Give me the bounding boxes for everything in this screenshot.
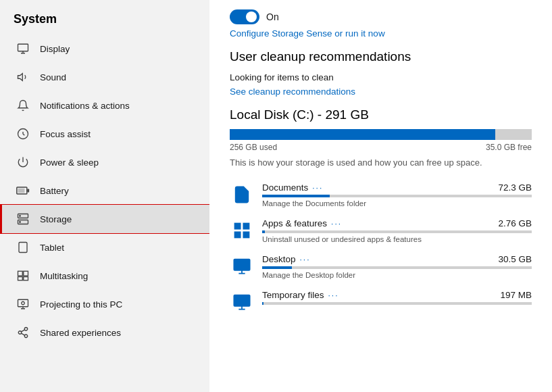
toggle-row: On (230, 0, 532, 28)
cleanup-title: User cleanup recommendations (230, 49, 532, 64)
sidebar-item-projecting-label: Projecting to this PC (40, 299, 122, 310)
free-label: 35.0 GB free (486, 143, 532, 152)
apps-name: Apps & features ··· (262, 218, 342, 228)
documents-name: Documents ··· (262, 182, 323, 193)
sidebar-item-sound[interactable]: Sound (0, 63, 209, 91)
svg-rect-4 (28, 189, 30, 193)
tablet-icon (16, 240, 30, 255)
sidebar-item-shared[interactable]: Shared experiences (0, 318, 209, 347)
svg-rect-12 (18, 271, 23, 276)
sidebar-item-multitasking-label: Multitasking (40, 271, 88, 281)
desktop-name: Desktop ··· (262, 254, 311, 264)
svg-point-8 (20, 216, 21, 217)
svg-rect-10 (19, 243, 27, 253)
sidebar-item-focus[interactable]: Focus assist (0, 120, 209, 148)
svg-rect-5 (18, 189, 25, 193)
sidebar-item-focus-label: Focus assist (40, 129, 91, 139)
svg-point-9 (20, 222, 21, 223)
storage-bar-labels: 256 GB used 35.0 GB free (230, 143, 532, 152)
sidebar-item-battery-label: Battery (40, 186, 69, 196)
sidebar-item-display-label: Display (40, 44, 70, 54)
cleanup-link[interactable]: See cleanup recommendations (230, 87, 532, 97)
storage-bar (230, 129, 532, 140)
svg-point-19 (18, 331, 22, 335)
storage-item-desktop[interactable]: Desktop ··· 30.5 GB Manage the Desktop f… (230, 249, 532, 285)
storage-item-apps[interactable]: Apps & features ··· 2.76 GB Uninstall un… (230, 213, 532, 249)
svg-rect-16 (18, 299, 28, 307)
sidebar-item-notifications[interactable]: Notifications & actions (0, 91, 209, 120)
projecting-icon (16, 297, 30, 312)
notifications-icon (16, 98, 30, 113)
svg-marker-1 (18, 74, 23, 81)
sidebar-item-tablet-label: Tablet (40, 243, 64, 253)
desktop-size: 30.5 GB (498, 254, 532, 264)
sidebar: System Display Sound Notifications & act… (0, 0, 209, 392)
battery-icon (16, 183, 30, 198)
sidebar-item-multitasking[interactable]: Multitasking (0, 262, 209, 290)
sidebar-item-display[interactable]: Display (0, 34, 209, 63)
focus-icon (16, 126, 30, 141)
sidebar-item-tablet[interactable]: Tablet (0, 233, 209, 262)
apps-icon (230, 218, 254, 243)
used-label: 256 GB used (230, 143, 277, 152)
svg-rect-25 (243, 224, 249, 229)
svg-rect-27 (243, 232, 249, 237)
svg-rect-13 (24, 271, 28, 276)
documents-icon (230, 182, 254, 207)
desktop-desc: Manage the Desktop folder (262, 271, 532, 279)
disk-title: Local Disk (C:) - 291 GB (230, 107, 532, 122)
temp-icon (230, 290, 254, 314)
storage-item-temp[interactable]: Temporary files ··· 197 MB (230, 285, 532, 320)
storage-sense-toggle[interactable] (230, 9, 259, 24)
toggle-label: On (266, 11, 279, 22)
svg-rect-24 (235, 224, 241, 229)
sidebar-item-storage-label: Storage (40, 214, 72, 224)
configure-link[interactable]: Configure Storage Sense or run it now (230, 28, 532, 39)
storage-item-documents-body: Documents ··· 72.3 GB Manage the Documen… (262, 182, 532, 207)
storage-icon (16, 212, 30, 226)
documents-size: 72.3 GB (498, 182, 532, 193)
power-icon (16, 155, 30, 170)
svg-point-18 (24, 328, 28, 331)
storage-item-apps-body: Apps & features ··· 2.76 GB Uninstall un… (262, 218, 532, 243)
svg-point-17 (22, 301, 25, 305)
storage-description: This is how your storage is used and how… (230, 157, 532, 168)
sidebar-item-storage[interactable]: Storage (0, 205, 209, 233)
sidebar-item-projecting[interactable]: Projecting to this PC (0, 290, 209, 318)
storage-item-temp-body: Temporary files ··· 197 MB (262, 290, 532, 307)
documents-desc: Manage the Documents folder (262, 199, 532, 207)
shared-icon (16, 325, 30, 340)
storage-item-desktop-body: Desktop ··· 30.5 GB Manage the Desktop f… (262, 254, 532, 279)
display-icon (16, 41, 30, 56)
sidebar-item-notifications-label: Notifications & actions (40, 101, 130, 111)
svg-point-20 (24, 335, 28, 338)
storage-item-documents[interactable]: Documents ··· 72.3 GB Manage the Documen… (230, 177, 532, 213)
looking-text: Looking for items to clean (230, 72, 532, 82)
svg-rect-0 (18, 44, 28, 51)
sidebar-item-shared-label: Shared experiences (40, 328, 121, 338)
storage-bar-fill (230, 129, 495, 140)
sidebar-item-battery[interactable]: Battery (0, 176, 209, 205)
temp-size: 197 MB (500, 290, 532, 300)
svg-rect-26 (235, 232, 241, 237)
storage-items-list: Documents ··· 72.3 GB Manage the Documen… (230, 177, 532, 320)
app-container: System Display Sound Notifications & act… (0, 0, 552, 392)
sidebar-item-power[interactable]: Power & sleep (0, 148, 209, 176)
svg-rect-14 (18, 277, 23, 280)
temp-name: Temporary files ··· (262, 290, 339, 300)
sidebar-item-sound-label: Sound (40, 72, 66, 82)
sidebar-item-power-label: Power & sleep (40, 157, 99, 168)
multitasking-icon (16, 268, 30, 283)
main-content: On Configure Storage Sense or run it now… (209, 0, 552, 392)
sound-icon (16, 70, 30, 84)
sidebar-title: System (0, 7, 209, 34)
desktop-icon (230, 254, 254, 278)
apps-size: 2.76 GB (498, 218, 532, 228)
svg-rect-15 (24, 277, 28, 280)
apps-desc: Uninstall unused or undesired apps & fea… (262, 235, 532, 243)
svg-rect-28 (234, 260, 249, 270)
